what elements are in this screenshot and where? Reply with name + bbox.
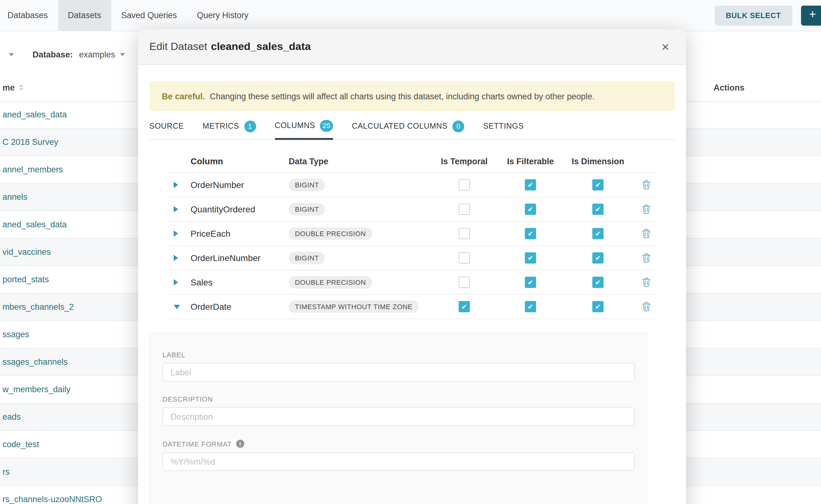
nav-item-query-history[interactable]: Query History [187, 0, 258, 31]
is-temporal-checkbox[interactable] [459, 301, 470, 312]
database-filter-value[interactable]: examples [79, 50, 115, 59]
bulk-select-button[interactable]: BULK SELECT [715, 5, 792, 25]
column-name: QuantityOrdered [187, 204, 287, 214]
column-row: SalesDOUBLE PRECISION [169, 270, 655, 295]
dataset-link[interactable]: aned_sales_data [2, 110, 67, 119]
expand-caret-icon[interactable] [174, 279, 178, 285]
tab-calculated-columns[interactable]: CALCULATED COLUMNS 0 [352, 119, 464, 139]
delete-column-icon[interactable] [637, 277, 655, 287]
chevron-down-icon[interactable] [9, 53, 14, 56]
is-dimension-checkbox[interactable] [592, 301, 604, 312]
is-filterable-checkbox[interactable] [525, 277, 536, 288]
dataset-link[interactable]: code_test [2, 440, 39, 449]
dataset-link[interactable]: eads [2, 412, 21, 422]
is-filterable-checkbox[interactable] [525, 228, 536, 239]
column-detail-panel: LABEL DESCRIPTION DATETIME FORMAT [149, 333, 647, 504]
modal-tabs: SOURCE METRICS 1 COLUMNS 25 CALCULATED C… [149, 119, 675, 140]
actions-header-label: Actions [714, 83, 744, 92]
columns-table: Column Data Type Is Temporal Is Filterab… [149, 150, 675, 319]
dataset-link[interactable]: rs [2, 467, 10, 477]
label-input[interactable] [162, 363, 635, 382]
is-dimension-checkbox[interactable] [592, 204, 604, 215]
is-dimension-checkbox[interactable] [592, 228, 604, 239]
expand-caret-icon[interactable] [174, 255, 178, 261]
info-icon[interactable] [236, 440, 244, 448]
dataset-link[interactable]: mbers_channels_2 [2, 302, 74, 312]
column-row: OrderNumberBIGINT [169, 173, 655, 197]
sort-icon[interactable] [19, 84, 23, 91]
delete-column-icon[interactable] [637, 302, 655, 312]
dataset-link[interactable]: ported_stats [2, 275, 49, 284]
tab-label: SOURCE [149, 122, 184, 131]
tab-count-badge: 25 [320, 120, 333, 131]
add-dataset-button[interactable] [801, 5, 821, 25]
tab-columns[interactable]: COLUMNS 25 [274, 119, 333, 140]
is-dimension-checkbox[interactable] [592, 179, 604, 190]
header-is-dimension: Is Dimension [564, 156, 632, 166]
column-row: OrderLineNumberBIGINT [169, 246, 655, 270]
chevron-down-icon[interactable] [120, 53, 125, 56]
is-dimension-checkbox[interactable] [592, 277, 604, 288]
header-is-temporal: Is Temporal [431, 156, 497, 166]
header-column: Column [187, 156, 287, 166]
delete-column-icon[interactable] [637, 253, 655, 263]
column-name: Sales [187, 277, 287, 287]
is-filterable-checkbox[interactable] [525, 252, 536, 264]
dataset-link[interactable]: rs_channels-uzooNNtSRO [2, 495, 102, 504]
column-row: PriceEachDOUBLE PRECISION [169, 222, 655, 246]
is-filterable-checkbox[interactable] [525, 179, 536, 190]
app-viewport: Databases Datasets Saved Queries Query H… [0, 0, 821, 504]
is-dimension-checkbox[interactable] [592, 252, 604, 264]
database-filter-label: Database: [32, 50, 73, 59]
expand-caret-icon[interactable] [174, 206, 178, 212]
dataset-link[interactable]: ssages_channels [2, 357, 68, 367]
nav-item-saved-queries[interactable]: Saved Queries [111, 0, 187, 31]
nav-actions: BULK SELECT [715, 0, 821, 31]
datetime-format-field-label: DATETIME FORMAT [162, 440, 634, 448]
delete-column-icon[interactable] [637, 229, 655, 239]
is-filterable-checkbox[interactable] [525, 301, 536, 312]
expand-caret-icon[interactable] [174, 182, 178, 188]
modal-title-dataset-name: cleaned_sales_data [211, 41, 310, 52]
dataset-link[interactable]: annels [2, 192, 27, 202]
is-temporal-checkbox[interactable] [459, 277, 470, 288]
delete-column-icon[interactable] [637, 204, 655, 214]
is-filterable-checkbox[interactable] [525, 204, 536, 215]
nav-item-datasets[interactable]: Datasets [58, 0, 111, 31]
column-name: OrderNumber [187, 180, 287, 190]
modal-header: Edit Datasetcleaned_sales_data [138, 29, 686, 65]
is-temporal-checkbox[interactable] [459, 204, 470, 215]
tab-label: SETTINGS [483, 122, 524, 131]
is-temporal-checkbox[interactable] [459, 228, 470, 239]
actions-column-header: Actions [714, 74, 744, 101]
dataset-link[interactable]: ssages [2, 330, 29, 339]
dataset-link[interactable]: w_members_daily [2, 385, 71, 394]
description-input[interactable] [162, 407, 635, 426]
data-type-pill: BIGINT [289, 179, 325, 191]
top-navigation: Databases Datasets Saved Queries Query H… [0, 0, 821, 31]
data-type-pill: DOUBLE PRECISION [289, 227, 372, 240]
data-type-pill: TIMESTAMP WITHOUT TIME ZONE [289, 300, 419, 313]
dataset-link[interactable]: C 2018 Survey [2, 137, 58, 147]
dataset-link[interactable]: annel_members [2, 165, 63, 174]
tab-label: CALCULATED COLUMNS [352, 122, 448, 131]
delete-column-icon[interactable] [637, 180, 655, 190]
warning-bold-text: Be careful. [162, 91, 205, 101]
nav-item-databases[interactable]: Databases [0, 0, 58, 31]
data-type-pill: DOUBLE PRECISION [289, 276, 372, 289]
dataset-link[interactable]: aned_sales_data [2, 220, 67, 229]
expand-caret-icon[interactable] [174, 230, 178, 237]
tab-metrics[interactable]: METRICS 1 [203, 119, 256, 139]
warning-text: Changing these settings will affect all … [207, 91, 595, 101]
tab-source[interactable]: SOURCE [149, 119, 184, 139]
is-temporal-checkbox[interactable] [459, 179, 470, 190]
tab-settings[interactable]: SETTINGS [483, 119, 524, 139]
datetime-format-input[interactable] [162, 452, 635, 471]
dataset-link[interactable]: vid_vaccines [2, 247, 51, 257]
is-temporal-checkbox[interactable] [459, 252, 470, 264]
name-column-header[interactable]: me [2, 74, 23, 101]
close-icon[interactable] [655, 29, 676, 65]
column-row: QuantityOrderedBIGINT [169, 197, 655, 222]
data-type-pill: BIGINT [289, 203, 325, 215]
collapse-caret-icon[interactable] [174, 304, 180, 309]
